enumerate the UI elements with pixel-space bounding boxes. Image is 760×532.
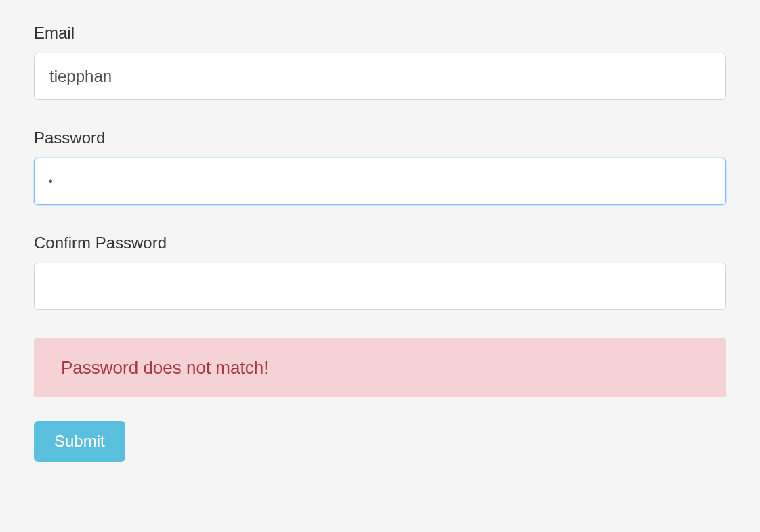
email-group: Email <box>34 24 726 100</box>
submit-button[interactable]: Submit <box>34 421 125 462</box>
email-field[interactable] <box>34 53 726 100</box>
email-label: Email <box>34 24 726 43</box>
password-field[interactable] <box>34 158 726 205</box>
password-label: Password <box>34 129 726 148</box>
password-group: Password • <box>34 129 726 205</box>
confirm-password-label: Confirm Password <box>34 234 726 252</box>
password-wrapper: • <box>34 158 726 205</box>
confirm-password-field[interactable] <box>34 263 726 310</box>
error-alert: Password does not match! <box>34 338 726 397</box>
confirm-password-group: Confirm Password <box>34 234 726 310</box>
error-message: Password does not match! <box>61 357 268 378</box>
signup-form: Email Password • Confirm Password Passwo… <box>34 24 726 462</box>
